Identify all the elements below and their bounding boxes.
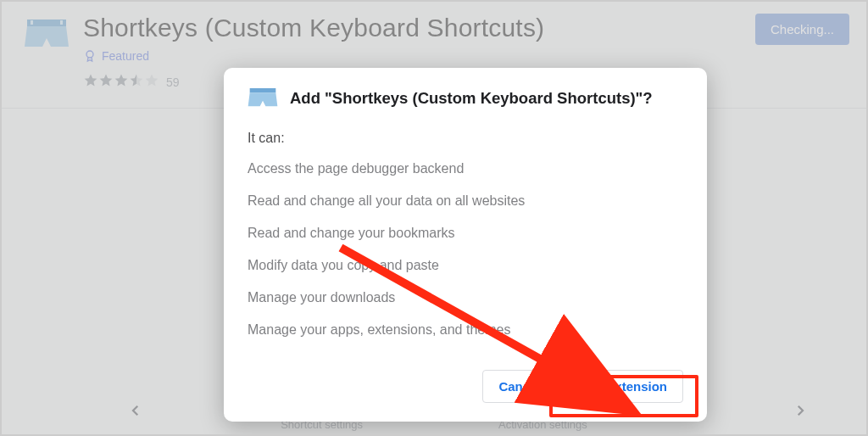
permission-item: Read and change your bookmarks (248, 226, 683, 241)
permission-item: Manage your downloads (248, 290, 683, 305)
add-extension-button[interactable]: Add extension (564, 370, 683, 403)
permission-item: Access the page debugger backend (248, 161, 683, 176)
permission-item: Manage your apps, extensions, and themes (248, 322, 683, 338)
permission-item: Read and change all your data on all web… (248, 193, 683, 209)
permission-item: Modify data you copy and paste (248, 258, 683, 273)
permissions-list: Access the page debugger backendRead and… (248, 161, 683, 338)
permissions-heading: It can: (248, 131, 683, 146)
dialog-extension-icon (248, 87, 278, 110)
install-dialog: Add "Shortkeys (Custom Keyboard Shortcut… (224, 68, 707, 422)
cancel-button[interactable]: Cancel (482, 370, 556, 403)
dialog-title: Add "Shortkeys (Custom Keyboard Shortcut… (290, 89, 653, 108)
